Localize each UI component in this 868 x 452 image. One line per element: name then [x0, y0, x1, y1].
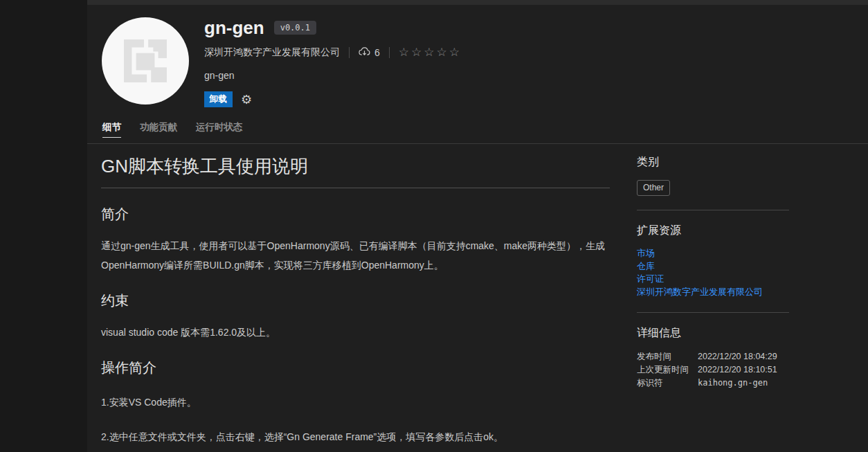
info-row-updated: 上次更新时间 2022/12/20 18:10:51 — [637, 363, 789, 377]
identifier-label: 标识符 — [637, 377, 698, 390]
tab-details[interactable]: 细节 — [102, 121, 121, 138]
section-heading-constraints: 约束 — [101, 291, 610, 310]
more-info-heading: 详细信息 — [637, 326, 789, 341]
category-badge-other[interactable]: Other — [637, 180, 670, 196]
intro-paragraph: 通过gn-gen生成工具，使用者可以基于OpenHarmony源码、已有编译脚本… — [101, 236, 610, 275]
released-value: 2022/12/20 18:04:29 — [698, 350, 777, 363]
released-label: 发布时间 — [637, 350, 698, 363]
rating-stars-icon[interactable]: ☆☆☆☆☆ — [399, 47, 462, 58]
gn-squares-logo-icon — [123, 38, 168, 84]
extension-meta-sidebar: 类别 Other 扩展资源 市场 仓库 许可证 深圳开鸿数字产业发展有限公司 详… — [637, 155, 789, 390]
install-count: 6 — [359, 46, 380, 60]
extension-header-details: gn-gen v0.0.1 深圳开鸿数字产业发展有限公司 6 ☆☆☆☆☆ gn-… — [204, 17, 462, 107]
sidebar-divider — [637, 210, 789, 210]
extension-icon — [102, 17, 189, 105]
identifier-value: kaihong.gn-gen — [698, 377, 768, 390]
editor-top-strip — [87, 0, 868, 5]
cloud-download-icon — [359, 46, 370, 60]
separator — [349, 47, 350, 58]
step-2-paragraph: 2.选中任意文件或文件夹，点击右键，选择“Gn Generate Frame”选… — [101, 427, 610, 446]
tab-feature-contributions[interactable]: 功能贡献 — [140, 121, 177, 137]
extension-description: gn-gen — [204, 70, 462, 81]
step-1-paragraph: 1.安装VS Code插件。 — [101, 392, 610, 412]
link-publisher[interactable]: 深圳开鸿数字产业发展有限公司 — [637, 286, 789, 299]
updated-value: 2022/12/20 18:10:51 — [698, 363, 777, 377]
more-info-section: 详细信息 发布时间 2022/12/20 18:04:29 上次更新时间 202… — [637, 326, 789, 390]
resources-heading: 扩展资源 — [637, 224, 789, 238]
categories-section: 类别 Other — [637, 155, 789, 196]
readme-content: GN脚本转换工具使用说明 简介 通过gn-gen生成工具，使用者可以基于Open… — [101, 155, 610, 452]
link-marketplace[interactable]: 市场 — [637, 247, 789, 260]
install-count-value: 6 — [374, 47, 380, 58]
uninstall-button[interactable]: 卸载 — [204, 91, 233, 107]
readme-title: GN脚本转换工具使用说明 — [101, 155, 610, 188]
link-license[interactable]: 许可证 — [637, 273, 789, 286]
sidebar-divider — [637, 312, 789, 313]
version-badge: v0.0.1 — [274, 21, 316, 35]
gear-icon[interactable]: ⚙ — [241, 93, 252, 106]
extension-name: gn-gen — [204, 17, 264, 38]
resources-section: 扩展资源 市场 仓库 许可证 深圳开鸿数字产业发展有限公司 — [637, 224, 789, 298]
section-heading-operations: 操作简介 — [101, 359, 610, 377]
categories-heading: 类别 — [637, 155, 789, 170]
updated-label: 上次更新时间 — [637, 363, 698, 377]
info-row-released: 发布时间 2022/12/20 18:04:29 — [637, 350, 789, 363]
link-repository[interactable]: 仓库 — [637, 260, 789, 273]
collapsed-sidebar-rail — [0, 0, 87, 452]
separator — [389, 47, 390, 58]
section-heading-intro: 简介 — [101, 205, 610, 224]
constraint-paragraph: visual studio code 版本需1.62.0及以上。 — [101, 323, 610, 342]
publisher-name[interactable]: 深圳开鸿数字产业发展有限公司 — [204, 46, 340, 59]
tab-runtime-status[interactable]: 运行时状态 — [196, 121, 243, 137]
info-row-identifier: 标识符 kaihong.gn-gen — [637, 377, 789, 390]
extension-tabs-bar: 细节 功能贡献 运行时状态 — [87, 121, 868, 144]
extension-header: gn-gen v0.0.1 深圳开鸿数字产业发展有限公司 6 ☆☆☆☆☆ gn-… — [87, 5, 868, 119]
